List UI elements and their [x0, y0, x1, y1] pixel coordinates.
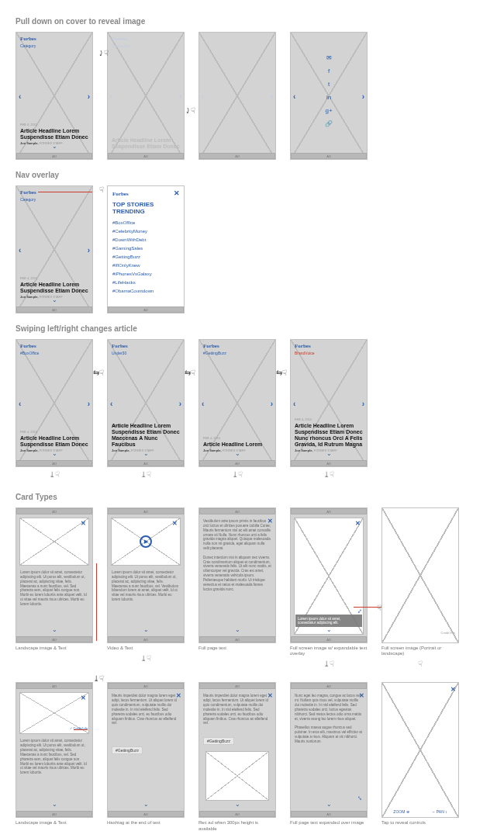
next-arrow[interactable]: › [88, 245, 90, 254]
chevron-down-icon[interactable]: ⌄ [235, 450, 240, 457]
ad-slot[interactable]: AD [108, 153, 184, 159]
pan-control[interactable]: ↔ PAN ↕ [431, 809, 447, 814]
ad-slot[interactable]: AD [291, 508, 367, 514]
category-label[interactable]: Category [20, 197, 36, 202]
chevron-down-icon[interactable]: ⌄ [143, 801, 149, 808]
nav-item[interactable]: #DownWithDebt [112, 236, 179, 244]
screen-cover-default[interactable]: Forbes Category ‹ › FEB 4, 2015 Article … [16, 32, 93, 160]
screen-article-3[interactable]: Forbes #GettingBuzz ‹ › FEB 4, 2015 Arti… [198, 339, 276, 467]
card-fullscreen-image[interactable]: Credit Info [381, 507, 459, 643]
screen-cover-with-annotation[interactable]: Forbes Category ‹ › FEB 4, 2015 Article … [16, 185, 93, 313]
share-mail-icon[interactable]: ✉ [325, 54, 333, 61]
category-label[interactable]: Under30 [112, 351, 126, 355]
chevron-down-icon[interactable]: ⌄ [52, 296, 57, 303]
rec-ad-placeholder[interactable] [205, 751, 269, 801]
ad-slot[interactable]: AD [16, 306, 92, 313]
dismiss-icon[interactable]: ✕ [81, 520, 86, 527]
ad-slot[interactable]: AD [16, 508, 92, 514]
chevron-down-icon[interactable]: ⌄ [326, 801, 332, 808]
chevron-down-icon[interactable]: ⌄ [326, 450, 332, 457]
ad-slot[interactable]: AD [199, 508, 275, 514]
card-fullscreen-image-overlay[interactable]: AD ✕ Lorem ipsum dolor sit amet, consect… [290, 507, 368, 643]
chevron-down-icon[interactable]: ⌄ [235, 801, 240, 808]
brand-logo[interactable]: Forbes [112, 191, 179, 197]
ad-slot[interactable]: AD [108, 306, 184, 313]
chevron-down-icon[interactable]: ⌄ [143, 450, 149, 457]
prev-arrow[interactable]: ‹ [202, 399, 204, 407]
prev-arrow[interactable]: ‹ [19, 399, 21, 407]
ad-slot[interactable]: AD [199, 636, 275, 642]
next-arrow[interactable]: › [179, 92, 181, 100]
collapse-icon[interactable]: ⤡ [357, 795, 362, 802]
ad-slot[interactable]: AD [199, 811, 275, 817]
card-full-page-text[interactable]: AD ✕ Vestibulum ante ipsum primis in fau… [198, 507, 276, 643]
next-arrow[interactable]: › [271, 92, 273, 100]
screen-nav-overlay[interactable]: Forbes ✕ TOP STORIES TRENDING #BoxOffice… [107, 185, 185, 313]
chevron-down-icon[interactable]: ⌄ [52, 143, 57, 150]
nav-item[interactable]: #LifeHacks [112, 279, 179, 287]
brand-logo[interactable]: Forbes [20, 189, 36, 196]
share-twitter-icon[interactable]: t [325, 81, 333, 88]
ad-slot[interactable]: AD [291, 153, 367, 159]
chevron-down-icon[interactable]: ⌄ [326, 626, 332, 633]
card-rec-ad[interactable]: AD ✕ Mauris imperdiet dolor magna lorem … [198, 682, 276, 818]
nav-item[interactable]: #iPhonesVsGalaxy [112, 270, 179, 279]
card-video-text[interactable]: AD ✕ ▶ Lorem ipsum dolor sit amet, conse… [107, 507, 185, 643]
ad-slot[interactable]: AD [108, 460, 184, 466]
ad-slot[interactable]: AD [199, 153, 275, 159]
ad-slot[interactable]: AD [108, 683, 184, 689]
chevron-down-icon[interactable]: ⌄ [52, 801, 57, 808]
share-linkedin-icon[interactable]: in [325, 94, 333, 101]
share-facebook-icon[interactable]: f [325, 68, 333, 74]
next-arrow[interactable]: › [179, 399, 181, 407]
card-landscape-image-text[interactable]: AD ✕ Lorem ipsum dolor sit amet, consect… [16, 507, 93, 643]
next-arrow[interactable]: › [271, 399, 273, 407]
ad-slot[interactable]: AD [199, 460, 275, 466]
ad-slot[interactable]: AD [108, 508, 184, 514]
screen-share-overlay[interactable]: ‹ › ✉ f t in g+ 🔗 AD [290, 32, 368, 160]
screen-cover-pulling[interactable]: Forbes Sponsored ‹ › Article Headline Lo… [107, 32, 185, 160]
category-label[interactable]: Category [20, 43, 36, 48]
ad-slot[interactable]: AD [16, 811, 92, 817]
prev-arrow[interactable]: ‹ [19, 245, 21, 254]
close-icon[interactable]: ✕ [174, 189, 180, 197]
zoom-control[interactable]: ZOOM ⊕ [393, 809, 409, 814]
play-icon[interactable]: ▶ [140, 535, 152, 548]
screen-article-1[interactable]: Forbes #BoxOffice ‹ › FEB 4, 2015 Articl… [16, 339, 93, 467]
nav-item[interactable]: #BoxOffice [112, 219, 179, 227]
nav-item[interactable]: #IfIOnlyKnew [112, 261, 179, 270]
chevron-down-icon[interactable]: ⌄ [52, 626, 57, 633]
category-label-brandvoice[interactable]: BrandVoice [295, 351, 315, 355]
hashtag-pill[interactable]: #GettingBuzz [112, 746, 143, 754]
nav-item[interactable]: #GamingSales [112, 244, 179, 253]
ad-slot[interactable]: AD [291, 683, 367, 689]
chevron-down-icon[interactable]: ⌄ [143, 626, 149, 633]
dismiss-icon[interactable]: ✕ [172, 520, 178, 527]
ad-slot[interactable]: AD [16, 153, 92, 159]
card-landscape-image-text-2[interactable]: AD ✕ ⤢ Credit Info Lorem ipsum dolor sit… [16, 682, 93, 818]
dismiss-icon[interactable]: ✕ [355, 520, 361, 527]
prev-arrow[interactable]: ‹ [202, 92, 204, 100]
screen-cover-image-revealed[interactable]: ‹ › AD [198, 32, 276, 160]
screen-article-4[interactable]: Forbes BrandVoice ‹ › FEB 4, 2015 Articl… [290, 339, 368, 467]
ad-slot[interactable]: AD [291, 636, 367, 642]
ad-slot[interactable]: AD [291, 460, 367, 466]
screen-article-2[interactable]: Forbes Under30 ‹ › FEB 4, 2015 Article H… [107, 339, 185, 467]
share-google-icon[interactable]: g+ [325, 107, 333, 114]
chevron-down-icon[interactable]: ⌄ [235, 626, 240, 633]
dismiss-icon[interactable]: ✕ [81, 694, 86, 701]
prev-arrow[interactable]: ‹ [293, 92, 295, 100]
ad-slot[interactable]: AD [16, 460, 92, 466]
next-arrow[interactable]: › [88, 92, 90, 100]
hashtag-pill[interactable]: #GettingBuzz [203, 737, 234, 745]
chevron-down-icon[interactable]: ⌄ [52, 450, 57, 457]
prev-arrow[interactable]: ‹ [110, 92, 112, 100]
dismiss-icon[interactable]: ✕ [450, 686, 456, 693]
share-link-icon[interactable]: 🔗 [325, 120, 333, 127]
nav-item[interactable]: #ObamaCountdown [112, 287, 179, 296]
ad-slot[interactable]: AD [199, 683, 275, 689]
card-hashtag-end[interactable]: AD ✕ Mauris imperdiet dolor magna lorem … [107, 682, 185, 818]
nav-item[interactable]: #GettingBuzz [112, 253, 179, 261]
ad-slot[interactable]: AD [108, 811, 184, 817]
ad-slot[interactable]: AD [16, 683, 92, 689]
